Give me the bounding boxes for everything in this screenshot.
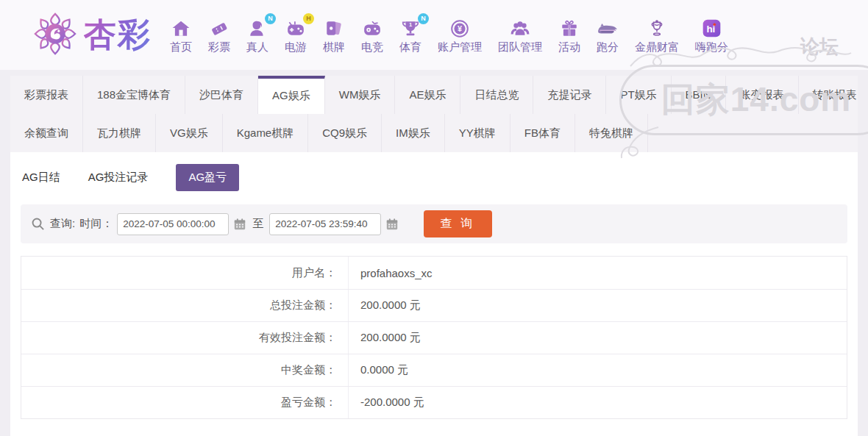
tab-wm-yule[interactable]: WM娱乐 [325,76,396,114]
home-icon [171,16,191,38]
row-value: profahaoxs_xc [349,257,433,289]
nav-item-egames[interactable]: H 电游 [277,16,315,54]
badge-h: H [303,13,314,24]
profit-loss-table: 用户名： profahaoxs_xc 总投注金额： 200.0000 元 有效投… [21,256,847,419]
table-row: 有效投注金额： 200.0000 元 [21,321,847,354]
row-value: 0.0000 元 [349,354,408,386]
nav-label: 嗨跑分 [695,40,728,54]
tab-pt-yule[interactable]: PT娱乐 [606,76,671,114]
tab-cq9-yule[interactable]: CQ9娱乐 [308,114,382,152]
date-to-input[interactable] [269,213,381,235]
row-value: 200.0000 元 [349,290,421,321]
nav-label: 金鼎财富 [635,40,679,54]
nav-item-hipaofen[interactable]: hi 嗨跑分 [687,16,736,54]
brand-logo[interactable]: 杏彩 [32,11,152,60]
tab-188-jinbaobo[interactable]: 188金宝博体育 [83,76,185,114]
main-nav: 首页 彩票 N 真人 H 电游 [162,16,736,54]
tab-tetu-qipai[interactable]: 特兔棋牌 [575,114,648,152]
tab-caipiao-baobiao[interactable]: 彩票报表 [10,76,83,114]
trophy-icon: 1 N [401,16,420,38]
nav-label: 跑分 [597,40,619,54]
row-label: 总投注金额： [21,290,349,321]
team-icon [511,16,530,38]
nav-label: 活动 [558,40,580,54]
tab-rijie-zonglan[interactable]: 日结总览 [460,76,533,114]
nav-item-live[interactable]: N 真人 [238,16,277,54]
nav-item-esports[interactable]: 电竞 [353,16,391,54]
subtab-ag-touzhu-jilu[interactable]: AG投注记录 [88,171,149,185]
report-tabbar: 彩票报表 188金宝博体育 沙巴体育 AG娱乐 WM娱乐 AE娱乐 日结总览 充… [10,76,858,152]
hi-app-icon: hi [702,16,722,38]
badge-n: N [418,13,429,24]
tab-im-yule[interactable]: IM娱乐 [382,114,445,152]
tab-chongti-jilu[interactable]: 充提记录 [533,76,606,114]
nav-item-account[interactable]: ¥ 账户管理 [430,16,490,54]
date-from-input[interactable] [117,213,229,235]
cards-icon [324,16,344,38]
search-bar: 查询: 时间： 至 查 询 [21,204,847,243]
svg-text:¥: ¥ [458,24,462,32]
calendar-from-icon[interactable] [233,218,246,231]
nav-item-team[interactable]: 团队管理 [490,16,550,54]
tab-yue-chaxun[interactable]: 余额查询 [10,114,83,152]
nav-item-paofen[interactable]: 跑分 [588,16,627,54]
tab-row-2: 余额查询 瓦力棋牌 VG娱乐 Kgame棋牌 CQ9娱乐 IM娱乐 YY棋牌 F… [10,114,858,152]
tab-ag-yule[interactable]: AG娱乐 [258,76,325,114]
tab-fb-tiyu[interactable]: FB体育 [511,114,575,152]
nav-label: 体育 [399,40,421,54]
table-row: 用户名： profahaoxs_xc [21,257,847,289]
nav-item-jinding[interactable]: 金鼎财富 [627,16,687,54]
esports-gamepad-icon [363,16,382,38]
nav-label: 团队管理 [498,40,542,54]
golden-cup-icon [647,16,666,38]
query-label: 查询: [50,217,75,231]
tab-kgame-qipai[interactable]: Kgame棋牌 [223,114,309,152]
gift-icon [560,16,579,38]
nav-label: 电游 [285,40,307,54]
brand-name: 杏彩 [84,13,152,57]
search-icon [31,217,45,231]
table-row: 盈亏金额： -200.0000 元 [21,386,847,418]
svg-text:1: 1 [409,21,412,28]
row-label: 有效投注金额： [21,322,349,354]
subtab-ag-rijie[interactable]: AG日结 [22,171,60,185]
tab-wali-qipai[interactable]: 瓦力棋牌 [83,114,156,152]
tab-row-1: 彩票报表 188金宝博体育 沙巴体育 AG娱乐 WM娱乐 AE娱乐 日结总览 充… [10,76,858,114]
top-header: 杏彩 首页 彩票 N 真人 [0,0,868,70]
yen-coin-icon: ¥ [450,16,469,38]
tab-yy-qipai[interactable]: YY棋牌 [445,114,511,152]
tab-vg-yule[interactable]: VG娱乐 [156,114,223,152]
lotus-logo-icon [32,11,78,60]
rhino-icon [597,16,619,38]
row-label: 用户名： [21,257,349,289]
nav-item-cards[interactable]: 棋牌 [315,16,353,54]
nav-item-home[interactable]: 首页 [162,16,200,54]
tab-zhangbian-baobiao[interactable]: 账变报表 [726,76,799,114]
nav-item-promo[interactable]: 活动 [550,16,588,54]
gamepad-icon: H [286,16,305,38]
tab-bbin[interactable]: BBIN [672,76,726,114]
tab-ae-yule[interactable]: AE娱乐 [395,76,460,114]
nav-label: 真人 [246,40,268,54]
row-value: 200.0000 元 [349,322,421,354]
badge-n: N [265,13,276,24]
tab-shaba-tiyu[interactable]: 沙巴体育 [185,76,258,114]
calendar-to-icon[interactable] [385,218,399,231]
row-value: -200.0000 元 [349,387,424,418]
tab-zhuanzhang-baobiao[interactable]: 转账报表 [799,76,868,114]
ag-subtabs: AG日结 AG投注记录 AG盈亏 [10,152,858,200]
table-row: 总投注金额： 200.0000 元 [21,289,847,321]
nav-item-sports[interactable]: 1 N 体育 [391,16,430,54]
search-button[interactable]: 查 询 [424,210,491,237]
table-row: 中奖金额： 0.0000 元 [21,354,847,386]
nav-label: 账户管理 [438,40,482,54]
live-dealer-icon: N [248,16,267,38]
nav-label: 电竞 [361,40,383,54]
nav-item-lottery[interactable]: 彩票 [200,16,238,54]
content-panel: AG日结 AG投注记录 AG盈亏 查询: 时间： 至 查 询 用户名： [10,152,858,436]
ticket-icon [210,16,229,38]
nav-label: 彩票 [208,40,230,54]
subtab-ag-yingkui[interactable]: AG盈亏 [176,164,239,191]
row-label: 中奖金额： [21,354,349,386]
row-label: 盈亏金额： [21,387,349,418]
